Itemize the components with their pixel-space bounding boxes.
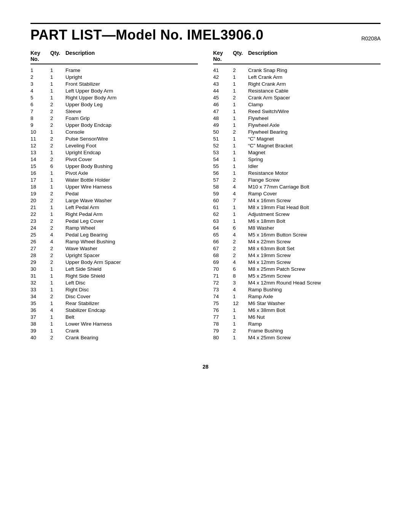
part-qty: 4 xyxy=(50,239,65,244)
part-desc: M4 x 12mm Screw xyxy=(248,259,381,265)
table-row: 69 4 M4 x 12mm Screw xyxy=(213,259,381,265)
part-desc: Upper Body Bushing xyxy=(65,163,198,169)
table-row: 26 4 Ramp Wheel Bushing xyxy=(30,238,198,245)
part-qty: 2 xyxy=(50,122,65,128)
table-row: 20 2 Large Wave Washer xyxy=(30,197,198,204)
table-row: 65 4 M5 x 16mm Button Screw xyxy=(213,231,381,238)
part-qty: 1 xyxy=(233,321,248,327)
table-row: 79 2 Frame Bushing xyxy=(213,327,381,334)
part-key-no: 42 xyxy=(213,74,233,80)
part-desc: Pedal Leg Cover xyxy=(65,218,198,224)
part-key-no: 68 xyxy=(213,252,233,258)
part-desc: Left Crank Arm xyxy=(248,74,381,80)
part-desc: Flywheel xyxy=(248,115,381,121)
part-qty: 2 xyxy=(50,109,65,114)
table-row: 10 1 Console xyxy=(30,128,198,135)
table-row: 49 1 Flywheel Axle xyxy=(213,121,381,128)
part-qty: 1 xyxy=(233,314,248,320)
table-row: 47 1 Reed Switch/Wire xyxy=(213,108,381,115)
part-key-no: 53 xyxy=(213,150,233,155)
part-key-no: 59 xyxy=(213,191,233,197)
part-qty: 2 xyxy=(50,136,65,142)
part-desc: Frame xyxy=(65,67,198,73)
part-key-no: 63 xyxy=(213,218,233,224)
part-desc: Ramp Bushing xyxy=(248,287,381,292)
table-row: 43 1 Right Crank Arm xyxy=(213,80,381,87)
part-desc: Upper Wire Harness xyxy=(65,184,198,190)
part-desc: Resistance Cable xyxy=(248,88,381,94)
part-key-no: 43 xyxy=(213,81,233,87)
part-key-no: 5 xyxy=(30,95,50,101)
table-row: 75 12 M6 Star Washer xyxy=(213,300,381,307)
table-row: 60 7 M4 x 16mm Screw xyxy=(213,197,381,204)
part-key-no: 28 xyxy=(30,252,50,258)
part-qty: 4 xyxy=(233,259,248,265)
table-row: 68 2 M4 x 19mm Screw xyxy=(213,252,381,259)
part-desc: Sleeve xyxy=(65,109,198,114)
part-key-no: 23 xyxy=(30,218,50,224)
part-desc: M4 x 12mm Round Head Screw xyxy=(248,280,381,286)
right-header-qty: Qty. xyxy=(233,50,248,62)
table-row: 70 6 M8 x 25mm Patch Screw xyxy=(213,265,381,272)
table-row: 67 2 M8 x 63mm Bolt Set xyxy=(213,245,381,252)
table-row: 46 1 Clamp xyxy=(213,101,381,108)
part-key-no: 19 xyxy=(30,191,50,197)
part-qty: 1 xyxy=(50,129,65,135)
part-key-no: 11 xyxy=(30,136,50,142)
part-qty: 1 xyxy=(50,177,65,183)
part-qty: 1 xyxy=(233,102,248,107)
part-qty: 1 xyxy=(50,211,65,217)
part-desc: Ramp Wheel Bushing xyxy=(65,239,198,244)
table-row: 35 1 Rear Stabilizer xyxy=(30,300,198,307)
part-key-no: 60 xyxy=(213,198,233,203)
part-key-no: 34 xyxy=(30,294,50,299)
part-key-no: 45 xyxy=(213,95,233,101)
part-desc: Crank Arm Spacer xyxy=(248,95,381,101)
part-key-no: 79 xyxy=(213,328,233,334)
table-row: 59 4 Ramp Cover xyxy=(213,190,381,197)
part-desc: Disc Cover xyxy=(65,294,198,299)
part-key-no: 21 xyxy=(30,204,50,210)
part-qty: 2 xyxy=(50,335,65,340)
table-row: 66 2 M4 x 22mm Screw xyxy=(213,238,381,245)
table-row: 50 2 Flywheel Bearing xyxy=(213,128,381,135)
part-key-no: 62 xyxy=(213,211,233,217)
part-qty: 1 xyxy=(50,204,65,210)
part-qty: 1 xyxy=(233,204,248,210)
table-row: 19 2 Pedal xyxy=(30,190,198,197)
part-qty: 1 xyxy=(233,307,248,313)
part-key-no: 24 xyxy=(30,225,50,231)
part-qty: 2 xyxy=(50,115,65,121)
part-qty: 2 xyxy=(50,259,65,265)
part-key-no: 30 xyxy=(30,266,50,272)
part-qty: 1 xyxy=(233,150,248,155)
part-qty: 4 xyxy=(233,184,248,190)
table-row: 13 1 Upright Endcap xyxy=(30,149,198,156)
part-desc: Crank xyxy=(65,328,198,334)
table-row: 36 4 Stabilizer Endcap xyxy=(30,307,198,313)
left-col-header: Key No. Qty. Description xyxy=(30,50,198,64)
part-desc: Resistance Motor xyxy=(248,170,381,176)
part-key-no: 17 xyxy=(30,177,50,183)
part-key-no: 15 xyxy=(30,163,50,169)
part-qty: 2 xyxy=(233,252,248,258)
table-row: 6 2 Upper Body Leg xyxy=(30,101,198,108)
table-row: 29 2 Upper Body Arm Spacer xyxy=(30,259,198,265)
part-key-no: 20 xyxy=(30,198,50,203)
table-row: 42 1 Left Crank Arm xyxy=(213,73,381,80)
page-title: PART LIST—Model No. IMEL3906.0 xyxy=(30,27,263,43)
part-desc: Magnet xyxy=(248,150,381,155)
part-desc: Stabilizer Endcap xyxy=(65,307,198,313)
table-row: 2 1 Upright xyxy=(30,73,198,80)
table-row: 21 1 Left Pedal Arm xyxy=(30,204,198,211)
part-key-no: 6 xyxy=(30,102,50,107)
table-row: 61 1 M8 x 19mm Flat Head Bolt xyxy=(213,204,381,211)
part-qty: 1 xyxy=(50,184,65,190)
part-qty: 1 xyxy=(233,157,248,162)
table-row: 14 2 Pivot Cover xyxy=(30,156,198,163)
part-qty: 1 xyxy=(233,115,248,121)
part-desc: Flywheel Axle xyxy=(248,122,381,128)
part-desc: Right Side Shield xyxy=(65,273,198,279)
table-row: 15 6 Upper Body Bushing xyxy=(30,163,198,169)
part-key-no: 64 xyxy=(213,225,233,231)
